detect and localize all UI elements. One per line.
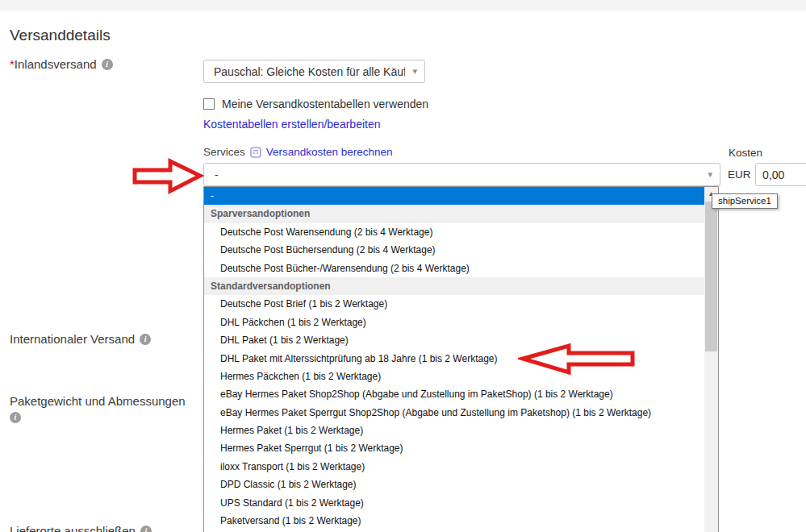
info-icon[interactable]: i bbox=[140, 526, 152, 532]
calculate-shipping-link[interactable]: Versandkosten berechnen bbox=[266, 146, 393, 158]
dropdown-option[interactable]: Hermes Paket (1 bis 2 Werktage) bbox=[204, 422, 704, 439]
services-dropdown-list: -SparversandoptionenDeutsche Post Warens… bbox=[203, 186, 719, 532]
dropdown-option[interactable]: Deutsche Post Bücher-/Warensendung (2 bi… bbox=[204, 260, 704, 277]
services-selected-value: - bbox=[204, 168, 700, 181]
dropdown-option[interactable]: Deutsche Post Büchersendung (2 bis 4 Wer… bbox=[204, 241, 704, 259]
rate-tables-checkbox-label: Meine Versandkostentabellen verwenden bbox=[222, 98, 428, 110]
annotation-arrow-left-icon bbox=[518, 343, 636, 376]
package-weight-label: Paketgewicht und Abmessungen i bbox=[10, 394, 211, 423]
dropdown-option[interactable]: Deutsche Post Warensendung (2 bis 4 Werk… bbox=[204, 223, 704, 241]
dropdown-option-selected[interactable]: - bbox=[204, 187, 704, 205]
currency-label: EUR bbox=[728, 163, 751, 186]
domestic-shipping-type-value: Pauschal: Gleiche Kosten für alle Käufer bbox=[204, 65, 405, 78]
dropdown-option[interactable]: DPD Classic (1 bis 2 Werktage) bbox=[204, 476, 704, 493]
shipping-details-page: Versanddetails *Inlandsversand i Pauscha… bbox=[0, 0, 806, 532]
info-icon[interactable]: i bbox=[10, 412, 21, 423]
top-bar bbox=[0, 0, 806, 10]
exclude-locations-label: Lieferorte ausschließen i bbox=[10, 524, 152, 532]
scrollbar-thumb[interactable] bbox=[705, 202, 717, 351]
cost-column-label: Kosten bbox=[729, 147, 762, 159]
domestic-shipping-label: *Inlandsversand i bbox=[10, 57, 113, 71]
dropdown-option[interactable]: Deutsche Post Brief (1 bis 2 Werktage) bbox=[204, 295, 704, 313]
chevron-down-icon: ▾ bbox=[700, 169, 720, 180]
dropdown-option[interactable]: Hermes Paket Sperrgut (1 bis 2 Werktage) bbox=[204, 439, 704, 457]
annotation-arrow-right-icon bbox=[132, 157, 204, 196]
dropdown-option[interactable]: DHL Päckchen (1 bis 2 Werktage) bbox=[204, 314, 704, 331]
chevron-down-icon: ▾ bbox=[405, 66, 424, 77]
dropdown-group-header: Standardversandoptionen bbox=[204, 277, 704, 295]
dropdown-scrollbar[interactable]: ▲ bbox=[704, 187, 718, 532]
dropdown-option[interactable]: eBay Hermes Paket Sperrgut Shop2Shop (Ab… bbox=[204, 404, 704, 422]
services-row: Services Versandkosten berechnen bbox=[203, 146, 393, 158]
calculator-icon bbox=[250, 147, 261, 158]
info-icon[interactable]: i bbox=[102, 59, 113, 70]
domestic-shipping-type-select[interactable]: Pauschal: Gleiche Kosten für alle Käufer… bbox=[203, 60, 425, 83]
ship-service-tooltip: shipService1 bbox=[712, 193, 778, 209]
services-label: Services bbox=[203, 146, 245, 158]
rate-tables-checkbox[interactable] bbox=[203, 98, 215, 110]
rate-tables-link[interactable]: Kostentabellen erstellen/bearbeiten bbox=[203, 118, 381, 131]
page-title: Versanddetails bbox=[10, 27, 111, 44]
dropdown-option[interactable]: Paketversand (1 bis 2 Werktage) bbox=[204, 512, 704, 530]
dropdown-group-header: Sparversandoptionen bbox=[204, 205, 704, 222]
info-icon[interactable]: i bbox=[140, 334, 151, 345]
cost-input[interactable] bbox=[755, 163, 806, 186]
services-select[interactable]: - ▾ bbox=[203, 163, 720, 186]
dropdown-option[interactable]: UPS Standard (1 bis 2 Werktage) bbox=[204, 494, 704, 512]
use-rate-tables-row: Meine Versandkostentabellen verwenden bbox=[203, 98, 428, 110]
dropdown-option[interactable]: eBay Hermes Paket Shop2Shop (Abgabe und … bbox=[204, 385, 704, 403]
dropdown-option[interactable]: iloxx Transport (1 bis 2 Werktage) bbox=[204, 458, 704, 476]
international-shipping-label: Internationaler Versand i bbox=[10, 332, 151, 346]
